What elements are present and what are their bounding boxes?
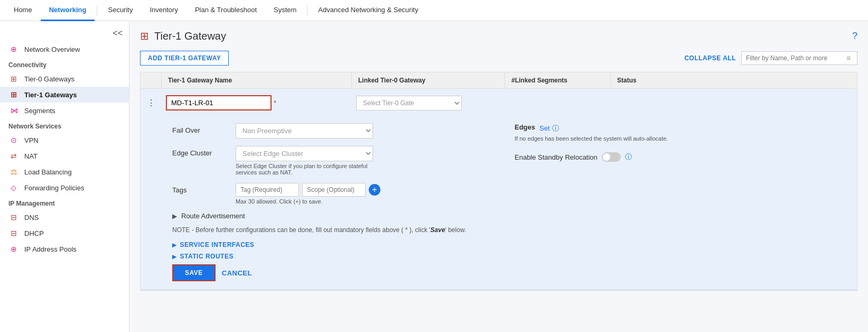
save-button[interactable]: SAVE — [172, 264, 216, 281]
static-routes-label: STATIC ROUTES — [180, 253, 234, 260]
tier1-icon: ⊞ — [11, 90, 20, 99]
sidebar-item-label: Forwarding Policies — [24, 184, 84, 192]
service-interfaces-link[interactable]: ▶ SERVICE INTERFACES — [172, 241, 483, 248]
help-icon[interactable]: ? — [852, 31, 857, 42]
required-star: * — [274, 99, 276, 107]
standby-label: Enable Standby Relocation — [515, 153, 598, 161]
tier0-gateway-select[interactable]: Select Tier-0 Gate — [356, 96, 462, 110]
row-context-menu-dots[interactable]: ⋮ — [141, 98, 162, 108]
sidebar-section-network-services: Network Services — [0, 118, 129, 132]
standby-relocation-row: Enable Standby Relocation ⓘ — [515, 152, 825, 162]
nav-item-security[interactable]: Security — [99, 0, 141, 21]
row-top: ⋮ * Select Tier-0 Gate — [141, 89, 857, 117]
main-content: ⊞ Tier-1 Gateway ? ADD TIER-1 GATEWAY CO… — [129, 21, 868, 332]
nav-item-networking[interactable]: Networking — [41, 0, 95, 21]
sidebar-item-label: NAT — [24, 152, 38, 160]
nat-icon: ⇄ — [11, 152, 20, 160]
sidebar-item-network-overview[interactable]: ⊕ Network Overview — [0, 41, 129, 57]
sidebar-item-dhcp[interactable]: ⊟ DHCP — [0, 225, 129, 241]
scope-input[interactable] — [302, 183, 366, 197]
sidebar-item-tier0-gateways[interactable]: ⊞ Tier-0 Gateways — [0, 71, 129, 87]
toggle-knob — [603, 153, 610, 161]
nav-item-home[interactable]: Home — [5, 0, 41, 21]
nav-item-plan[interactable]: Plan & Troubleshoot — [186, 0, 265, 21]
table-row-expanded: ⋮ * Select Tier-0 Gate — [141, 89, 857, 290]
chevron-right-small-icon: ▶ — [172, 242, 177, 248]
nav-item-inventory[interactable]: Inventory — [141, 0, 186, 21]
sidebar-item-label: DHCP — [24, 229, 44, 237]
route-advertisement-row[interactable]: ▶ Route Advertisement — [172, 212, 483, 220]
fail-over-select[interactable]: Non Preemptive Preemptive — [236, 123, 373, 139]
row-name-input-wrap: * — [162, 93, 352, 113]
tag-add-button[interactable]: + — [369, 184, 380, 196]
collapse-all-button[interactable]: COLLAPSE ALL — [684, 54, 736, 62]
table-header-cell-linked: Linked Tier-0 Gateway — [352, 72, 505, 88]
set-label: Set — [539, 124, 550, 132]
sidebar-section-connectivity: Connectivity — [0, 57, 129, 71]
tags-label: Tags — [172, 183, 236, 194]
sidebar-item-label: VPN — [24, 136, 39, 144]
nav-item-advanced[interactable]: Advanced Networking & Security — [310, 0, 426, 21]
add-tier1-gateway-button[interactable]: ADD TIER-1 GATEWAY — [140, 51, 229, 66]
edges-label: Edges — [515, 123, 535, 131]
dhcp-icon: ⊟ — [11, 229, 20, 237]
sidebar-item-dns[interactable]: ⊟ DNS — [0, 209, 129, 225]
sidebar-item-load-balancing[interactable]: ⚖ Load Balancing — [0, 164, 129, 180]
gateway-name-input[interactable] — [166, 95, 272, 110]
filter-input-wrap: ≡ — [741, 51, 857, 65]
sidebar-item-label: Segments — [24, 107, 55, 115]
filter-icon: ≡ — [846, 54, 851, 62]
segments-icon: ⋈ — [11, 106, 20, 115]
tags-hint: Max 30 allowed. Click (+) to save. — [236, 198, 405, 205]
edges-set-button[interactable]: Set ⓘ — [539, 124, 559, 133]
chevron-right-small2-icon: ▶ — [172, 254, 177, 260]
sidebar-item-label: Tier-0 Gateways — [24, 75, 74, 83]
table-header-cell-actions — [141, 72, 162, 88]
service-interfaces-label: SERVICE INTERFACES — [180, 241, 255, 248]
cancel-button[interactable]: CANCEL — [222, 269, 252, 277]
nav-separator-1 — [97, 5, 97, 16]
tags-row-container: Tags + Max 30 allowed. Click (+) to save… — [172, 183, 483, 205]
fail-over-label: Fail Over — [172, 123, 236, 134]
table-header-cell-segments: #Linked Segments — [505, 72, 611, 88]
overview-icon: ⊕ — [11, 45, 20, 53]
static-routes-link[interactable]: ▶ STATIC ROUTES — [172, 253, 483, 260]
note-suffix: ' below. — [445, 226, 466, 234]
page-title: Tier-1 Gateway — [154, 30, 226, 42]
vpn-icon: ⊙ — [11, 136, 20, 144]
dns-icon: ⊟ — [11, 213, 20, 222]
edge-cluster-label: Edge Cluster — [172, 146, 236, 157]
filter-input[interactable] — [746, 54, 846, 62]
nav-item-system[interactable]: System — [265, 0, 305, 21]
edge-cluster-select[interactable]: Select Edge Cluster — [236, 146, 373, 161]
fail-over-control: Non Preemptive Preemptive — [236, 123, 405, 139]
edges-section: Edges Set ⓘ If no edges has been selecte… — [515, 123, 825, 142]
tag-input[interactable] — [236, 183, 299, 197]
sidebar-item-segments[interactable]: ⋈ Segments — [0, 103, 129, 118]
ip-icon: ⊕ — [11, 245, 20, 253]
table-container: Tier-1 Gateway Name Linked Tier-0 Gatewa… — [140, 72, 857, 291]
sidebar-item-label: Tier-1 Gateways — [24, 91, 77, 99]
standby-info-icon: ⓘ — [625, 152, 632, 162]
sidebar-item-label: DNS — [24, 214, 39, 222]
expanded-form: Fail Over Non Preemptive Preemptive — [141, 117, 857, 290]
lb-icon: ⚖ — [11, 168, 20, 176]
sidebar-item-tier1-gateways[interactable]: ⊞ Tier-1 Gateways — [0, 87, 129, 103]
sidebar-item-vpn[interactable]: ⊙ VPN — [0, 132, 129, 148]
tier0-icon: ⊞ — [11, 75, 20, 83]
sidebar-item-forwarding-policies[interactable]: ◇ Forwarding Policies — [0, 180, 129, 196]
tags-control: + Max 30 allowed. Click (+) to save. — [236, 183, 405, 205]
note-content: NOTE - Before further configurations can… — [172, 226, 431, 234]
edges-info-icon: ⓘ — [552, 124, 559, 133]
table-header-cell-status: Status — [611, 72, 857, 88]
edge-cluster-row: Edge Cluster Select Edge Cluster Select … — [172, 146, 483, 176]
table-header: Tier-1 Gateway Name Linked Tier-0 Gatewa… — [141, 72, 857, 89]
table-header-cell-name: Tier-1 Gateway Name — [162, 72, 352, 88]
standby-toggle[interactable] — [602, 152, 621, 162]
sidebar-item-ip-address-pools[interactable]: ⊕ IP Address Pools — [0, 241, 129, 257]
fail-over-row: Fail Over Non Preemptive Preemptive — [172, 123, 483, 139]
sidebar-collapse-btn[interactable]: << — [0, 25, 129, 41]
sidebar-item-nat[interactable]: ⇄ NAT — [0, 148, 129, 164]
form-right-col: Edges Set ⓘ If no edges has been selecte… — [515, 123, 825, 281]
page-icon: ⊞ — [140, 30, 149, 42]
